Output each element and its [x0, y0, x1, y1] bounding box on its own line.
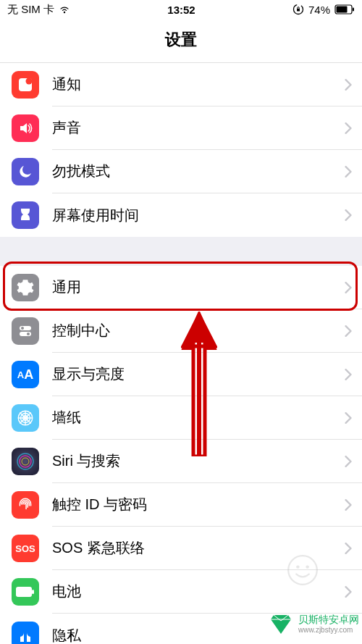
row-label: 控制中心 [52, 321, 345, 340]
clock: 13:52 [167, 4, 195, 16]
row-label: 显示与亮度 [52, 364, 345, 384]
sos-label: SOS [15, 543, 35, 554]
page-title: 设置 [0, 19, 362, 63]
touchid-icon [12, 491, 39, 519]
svg-rect-1 [297, 9, 300, 12]
svg-rect-3 [353, 8, 354, 12]
battery-icon [334, 4, 355, 14]
siri-icon [12, 448, 39, 475]
sound-icon [12, 114, 39, 142]
privacy-icon [12, 622, 39, 644]
chevron-right-icon [345, 369, 352, 380]
row-controlcenter[interactable]: 控制中心 [0, 309, 362, 353]
watermark-url: www.zjbstyy.com [298, 626, 359, 634]
battery-app-icon [12, 578, 39, 606]
row-siri[interactable]: Siri 与搜索 [0, 440, 362, 483]
wifi-icon [59, 5, 70, 14]
row-label: 通知 [52, 75, 345, 94]
wallpaper-icon [12, 404, 39, 432]
status-bar: 无 SIM 卡 13:52 74% [0, 0, 362, 19]
controlcenter-icon [12, 317, 39, 345]
general-icon [12, 274, 39, 301]
sos-icon: SOS [12, 535, 39, 562]
row-touchid[interactable]: 触控 ID 与密码 [0, 483, 362, 527]
chevron-right-icon [345, 412, 352, 424]
row-general[interactable]: 通用 [0, 266, 362, 309]
svg-rect-17 [16, 587, 32, 597]
svg-point-15 [20, 456, 31, 467]
row-display[interactable]: AA 显示与亮度 [0, 353, 362, 396]
chevron-right-icon [345, 209, 352, 221]
chevron-right-icon [345, 325, 352, 337]
watermark-title: 贝斯特安卓网 [298, 614, 359, 626]
row-label: 墙纸 [52, 408, 345, 427]
display-icon: AA [12, 361, 39, 388]
row-label: 屏幕使用时间 [52, 206, 345, 225]
row-wallpaper[interactable]: 墙纸 [0, 396, 362, 440]
chevron-right-icon [345, 79, 352, 91]
row-label: 触控 ID 与密码 [52, 495, 345, 514]
chevron-right-icon [345, 282, 352, 293]
row-notifications[interactable]: 通知 [0, 63, 362, 106]
svg-point-22 [306, 565, 308, 568]
svg-rect-18 [32, 590, 34, 594]
row-label: 声音 [52, 118, 345, 138]
row-screentime[interactable]: 屏幕使用时间 [0, 193, 362, 237]
settings-group-2: 通用 控制中心 AA 显示与亮度 墙纸 Siri 与搜索 [0, 266, 362, 644]
chevron-right-icon [345, 543, 352, 554]
svg-point-16 [22, 458, 29, 465]
chevron-right-icon [345, 122, 352, 134]
screentime-icon [12, 201, 39, 229]
dnd-icon [12, 158, 39, 185]
svg-point-20 [288, 556, 317, 585]
smiley-overlay [287, 554, 319, 586]
chevron-right-icon [345, 166, 352, 177]
watermark-logo-icon [266, 609, 295, 638]
row-dnd[interactable]: 勿扰模式 [0, 150, 362, 193]
svg-point-6 [26, 78, 33, 85]
row-label: 通用 [52, 277, 345, 297]
svg-point-21 [296, 565, 299, 568]
notifications-icon [12, 71, 39, 99]
carrier-text: 无 SIM 卡 [7, 3, 54, 17]
row-sound[interactable]: 声音 [0, 106, 362, 150]
svg-rect-4 [336, 7, 347, 13]
chevron-right-icon [345, 456, 352, 467]
row-label: Siri 与搜索 [52, 451, 345, 471]
battery-percent: 74% [308, 4, 330, 16]
chevron-right-icon [345, 499, 352, 511]
settings-group-1: 通知 声音 勿扰模式 屏幕使用时间 [0, 63, 362, 237]
svg-point-10 [27, 333, 30, 335]
chevron-right-icon [345, 586, 352, 598]
svg-point-8 [21, 327, 24, 330]
watermark: 贝斯特安卓网 www.zjbstyy.com [266, 609, 359, 638]
orientation-lock-icon [292, 4, 304, 15]
row-label: 勿扰模式 [52, 162, 345, 181]
